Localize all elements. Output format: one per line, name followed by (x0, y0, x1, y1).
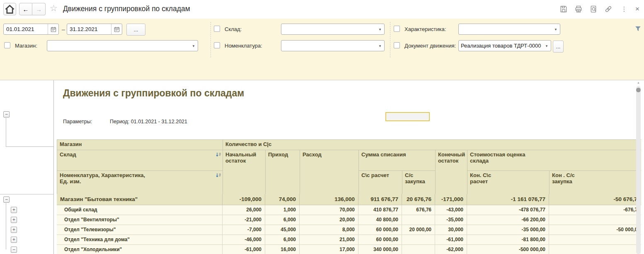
characteristic-checkbox[interactable] (394, 26, 400, 32)
table-row[interactable]: Отдел "Техника для дома"-46,0006,00021,0… (57, 235, 644, 245)
print-preview-button[interactable] (588, 4, 598, 14)
header-sklad[interactable]: Склад (57, 150, 223, 171)
row-value[interactable]: 340 000,00 (358, 245, 402, 254)
close-button[interactable]: × (632, 4, 642, 14)
expand-row-button[interactable]: + (11, 217, 17, 223)
header-prihod[interactable]: Приход (266, 150, 300, 194)
movement-doc-checkbox[interactable] (394, 42, 400, 48)
row-value[interactable] (549, 235, 644, 244)
sort-icon[interactable] (216, 152, 221, 158)
scroll-up-icon[interactable]: ▲ (637, 81, 640, 84)
home-button[interactable] (3, 3, 16, 15)
table-row[interactable]: Отдел "Телевизоры"-7,00045,0008,00060 00… (57, 225, 644, 235)
header-rashod[interactable]: Расход (300, 150, 359, 194)
row-value[interactable] (402, 235, 435, 244)
period-more-button[interactable]: ... (126, 24, 145, 36)
row-value[interactable]: 136,000 (300, 194, 358, 205)
table-row[interactable]: Магазин "Бытовая техника"-109,00074,0001… (57, 194, 644, 205)
row-label[interactable]: Отдел "Техника для дома" (57, 235, 223, 244)
chevron-down-icon[interactable]: ▾ (542, 44, 551, 48)
collapse-row-button[interactable]: − (3, 196, 10, 203)
scrollbar-thumb[interactable] (636, 88, 641, 92)
row-value[interactable] (549, 245, 644, 254)
table-row[interactable]: Отдел "Вентиляторы"-21,0006,00020,00040 … (57, 215, 644, 225)
row-label[interactable]: Отдел "Вентиляторы" (57, 215, 223, 225)
forward-button[interactable]: → (32, 3, 46, 15)
expand-row-button[interactable]: + (11, 237, 17, 243)
row-value[interactable]: 8,000 (300, 225, 358, 235)
link-button[interactable] (603, 4, 613, 14)
header-ss-raschet[interactable]: С\с расчет (359, 171, 402, 194)
row-value[interactable]: -676,76 (549, 205, 644, 215)
warehouse-combo[interactable]: ▾ (281, 24, 385, 35)
row-value[interactable]: 30,000 (435, 225, 467, 235)
table-row[interactable]: Общий склад26,0001,00070,000410 876,7767… (57, 205, 644, 215)
row-value[interactable]: -35,000 (435, 215, 467, 225)
chevron-down-icon[interactable]: ▾ (189, 44, 198, 48)
header-qty-group[interactable]: Количество и С|с (223, 140, 644, 150)
row-value[interactable]: 45,000 (265, 225, 300, 235)
expand-row-button[interactable]: + (11, 227, 17, 233)
row-value[interactable]: 16,000 (265, 245, 300, 254)
row-value[interactable]: -46,000 (223, 235, 265, 244)
row-value[interactable]: 60 000,00 (358, 225, 402, 235)
row-value[interactable]: 6,000 (265, 215, 300, 225)
characteristic-combo[interactable]: ▾ (458, 24, 560, 35)
save-button[interactable] (559, 4, 569, 14)
row-label[interactable]: Магазин "Бытовая техника" (57, 194, 223, 205)
chevron-down-icon[interactable]: ▾ (376, 27, 384, 31)
calendar-button[interactable] (111, 24, 122, 34)
header-kon-ss-zakup[interactable]: Кон . С/с закупка (550, 171, 644, 194)
row-value[interactable]: -1 161 076,77 (467, 194, 549, 205)
row-value[interactable]: 74,000 (265, 194, 300, 205)
row-value[interactable]: 20 000,00 (402, 225, 435, 235)
row-value[interactable]: 911 676,77 (358, 194, 402, 205)
row-value[interactable] (402, 215, 435, 225)
header-stoim[interactable]: Стоимостная оценка склада (467, 150, 644, 171)
header-nomen[interactable]: Номенклатура, Характеристика, Ед. изм. (57, 171, 223, 194)
row-value[interactable]: -21,000 (223, 215, 265, 225)
expand-row-button[interactable]: + (11, 207, 17, 213)
header-kon[interactable]: Конечный остаток (436, 150, 467, 194)
header-summa[interactable]: Сумма списания (359, 150, 436, 171)
row-value[interactable]: -35 000,00 (467, 225, 549, 235)
favorite-star-icon[interactable]: ☆ (50, 3, 58, 13)
row-value[interactable]: -62,000 (435, 245, 467, 254)
scrollbar-track[interactable] (636, 86, 641, 254)
movement-doc-more-button[interactable]: ... (553, 41, 564, 53)
row-value[interactable]: -66 200,00 (467, 215, 549, 225)
row-value[interactable]: 40 800,00 (358, 215, 402, 225)
nomenclature-combo[interactable]: ▾ (281, 40, 385, 51)
print-button[interactable] (574, 4, 583, 14)
row-value[interactable]: -478 076,77 (467, 205, 549, 215)
date-from-field[interactable]: 01.01.2021 (3, 24, 59, 35)
row-value[interactable]: 21,000 (300, 235, 358, 244)
collapse-report-button[interactable]: − (3, 111, 10, 117)
row-value[interactable]: 26,000 (223, 205, 265, 215)
date-from-value[interactable]: 01.01.2021 (4, 26, 48, 32)
row-value[interactable] (402, 245, 435, 254)
row-value[interactable]: -81 800,00 (467, 235, 549, 244)
row-label[interactable]: Отдел "Телевизоры" (57, 225, 223, 235)
date-to-value[interactable]: 31.12.2021 (67, 26, 111, 32)
back-button[interactable]: ← (19, 3, 32, 15)
row-value[interactable]: 1,000 (265, 205, 300, 215)
selected-cell[interactable] (385, 112, 430, 121)
row-value[interactable]: 20 676,76 (402, 194, 435, 205)
nomenclature-checkbox[interactable] (214, 42, 220, 48)
row-value[interactable]: 410 876,77 (358, 205, 402, 215)
table-row[interactable]: Отдел "Холодильники"-61,00016,00017,0003… (57, 245, 644, 254)
filter-funnel-button[interactable] (634, 25, 642, 32)
row-value[interactable]: -43,000 (435, 205, 467, 215)
row-value[interactable]: -7,000 (223, 225, 265, 235)
row-value[interactable]: -50 676,76 (549, 194, 644, 205)
date-to-field[interactable]: 31.12.2021 (67, 24, 122, 35)
row-value[interactable]: 676,76 (402, 205, 435, 215)
chevron-down-icon[interactable]: ▾ (376, 44, 384, 48)
row-value[interactable]: -50 000,00 (549, 225, 644, 235)
collapse-row-button[interactable]: − (11, 247, 17, 253)
header-ss-zakup[interactable]: С/с закупка (402, 171, 436, 194)
header-nach[interactable]: Начальный остаток (223, 150, 266, 194)
row-value[interactable]: -500 000,00 (467, 245, 549, 254)
row-label[interactable]: Отдел "Холодильники" (57, 245, 223, 254)
